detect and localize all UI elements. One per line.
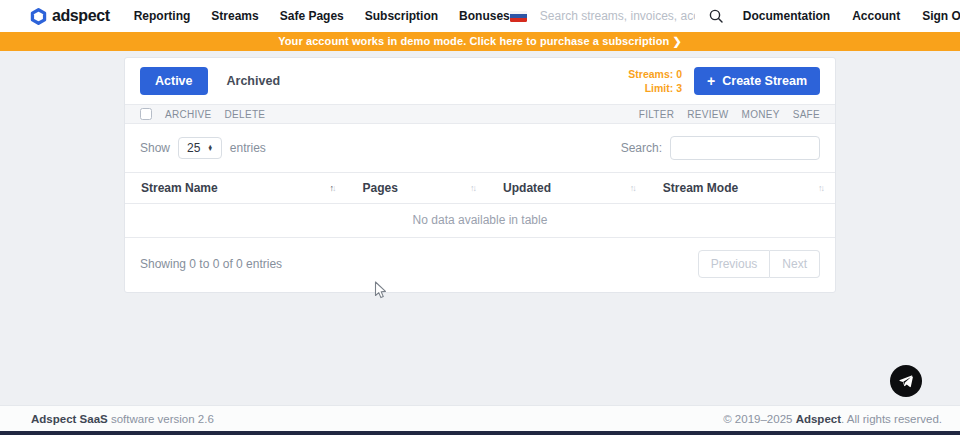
pagination: Previous Next bbox=[698, 250, 820, 278]
entries-summary: Showing 0 to 0 of 0 entries bbox=[140, 257, 282, 271]
next-page-button[interactable]: Next bbox=[770, 250, 820, 278]
select-caret-icon: ▲▼ bbox=[207, 145, 212, 151]
create-stream-label: Create Stream bbox=[722, 74, 807, 88]
column-header-updated[interactable]: Updated ↑↓ bbox=[487, 173, 647, 203]
card-header: Active Archived Streams: 0 Limit: 3 + Cr… bbox=[125, 58, 835, 104]
tab-archived[interactable]: Archived bbox=[227, 74, 281, 88]
empty-table-message: No data available in table bbox=[125, 204, 835, 238]
sort-icon: ↑↓ bbox=[818, 183, 825, 193]
column-header-stream-mode[interactable]: Stream Mode ↑↓ bbox=[647, 173, 835, 203]
demo-mode-banner[interactable]: Your account works in demo mode. Click h… bbox=[0, 32, 960, 51]
previous-page-button[interactable]: Previous bbox=[698, 250, 771, 278]
column-header-pages[interactable]: Pages ↑↓ bbox=[347, 173, 488, 203]
hexagon-logo-icon bbox=[30, 8, 47, 25]
table-search-label: Search: bbox=[621, 141, 662, 155]
documentation-link[interactable]: Documentation bbox=[743, 9, 830, 23]
menu-item-reporting[interactable]: Reporting bbox=[134, 9, 191, 23]
quota-info: Streams: 0 Limit: 3 bbox=[628, 67, 682, 95]
table-search-block: Search: bbox=[621, 136, 820, 160]
entries-label: entries bbox=[230, 141, 266, 155]
table-header-row: Stream Name ↑↓ Pages ↑↓ Updated ↑↓ Strea… bbox=[125, 172, 835, 204]
card-footer: Showing 0 to 0 of 0 entries Previous Nex… bbox=[125, 238, 835, 292]
adspect-logo[interactable]: adspect bbox=[30, 7, 110, 25]
archive-action[interactable]: ARCHIVE bbox=[165, 109, 212, 120]
menu-item-bonuses[interactable]: Bonuses bbox=[459, 9, 510, 23]
mode-filters: FILTER REVIEW MONEY SAFE bbox=[639, 109, 820, 120]
tab-active[interactable]: Active bbox=[140, 67, 208, 95]
footer-brand: Adspect SaaS bbox=[31, 413, 108, 425]
footer-copyright: © 2019–2025 Adspect. All rights reserved… bbox=[723, 413, 942, 425]
create-stream-button[interactable]: + Create Stream bbox=[694, 67, 820, 95]
footer-version: Adspect SaaS software version 2.6 bbox=[31, 413, 214, 425]
select-all-checkbox[interactable] bbox=[140, 108, 152, 120]
table-search-input[interactable] bbox=[670, 136, 820, 160]
search-icon[interactable] bbox=[709, 9, 723, 23]
footer-copy-brand: Adspect bbox=[796, 413, 841, 425]
page-size-select[interactable]: 25 ▲▼ bbox=[178, 137, 222, 159]
streams-card: Active Archived Streams: 0 Limit: 3 + Cr… bbox=[124, 57, 836, 293]
account-link[interactable]: Account bbox=[852, 9, 900, 23]
russian-flag-icon[interactable] bbox=[510, 11, 527, 22]
plus-icon: + bbox=[707, 74, 715, 88]
delete-action[interactable]: DELETE bbox=[225, 109, 266, 120]
sort-icon: ↑↓ bbox=[470, 183, 477, 193]
top-navbar: adspect Reporting Streams Safe Pages Sub… bbox=[0, 0, 960, 32]
menu-item-subscription[interactable]: Subscription bbox=[365, 9, 438, 23]
brand-name: adspect bbox=[52, 7, 110, 25]
streams-count: Streams: 0 bbox=[628, 67, 682, 81]
bulk-actions: ARCHIVE DELETE bbox=[165, 109, 265, 120]
filter-mode-money[interactable]: MONEY bbox=[742, 109, 780, 120]
table-controls: Show 25 ▲▼ entries Search: bbox=[125, 124, 835, 172]
show-label: Show bbox=[140, 141, 170, 155]
filter-mode-filter[interactable]: FILTER bbox=[639, 109, 675, 120]
telegram-button[interactable] bbox=[890, 365, 922, 397]
menu-item-streams[interactable]: Streams bbox=[211, 9, 258, 23]
main-menu: Reporting Streams Safe Pages Subscriptio… bbox=[134, 9, 510, 23]
navbar-right-links: Documentation Account Sign Out bbox=[743, 9, 960, 23]
sort-icon: ↑↓ bbox=[330, 183, 337, 193]
filter-mode-safe[interactable]: SAFE bbox=[793, 109, 820, 120]
column-header-stream-name[interactable]: Stream Name ↑↓ bbox=[125, 173, 347, 203]
streams-limit: Limit: 3 bbox=[628, 81, 682, 95]
sign-out-link[interactable]: Sign Out bbox=[922, 9, 960, 23]
telegram-icon bbox=[898, 373, 914, 389]
filter-mode-review[interactable]: REVIEW bbox=[687, 109, 728, 120]
menu-item-safe-pages[interactable]: Safe Pages bbox=[280, 9, 344, 23]
page-size-value: 25 bbox=[187, 141, 200, 155]
bottom-accent-bar bbox=[0, 431, 960, 435]
sort-icon: ↑↓ bbox=[630, 183, 637, 193]
bulk-toolbar: ARCHIVE DELETE FILTER REVIEW MONEY SAFE bbox=[125, 104, 835, 124]
global-search-input[interactable] bbox=[540, 9, 695, 23]
page-footer: Adspect SaaS software version 2.6 © 2019… bbox=[0, 405, 960, 431]
